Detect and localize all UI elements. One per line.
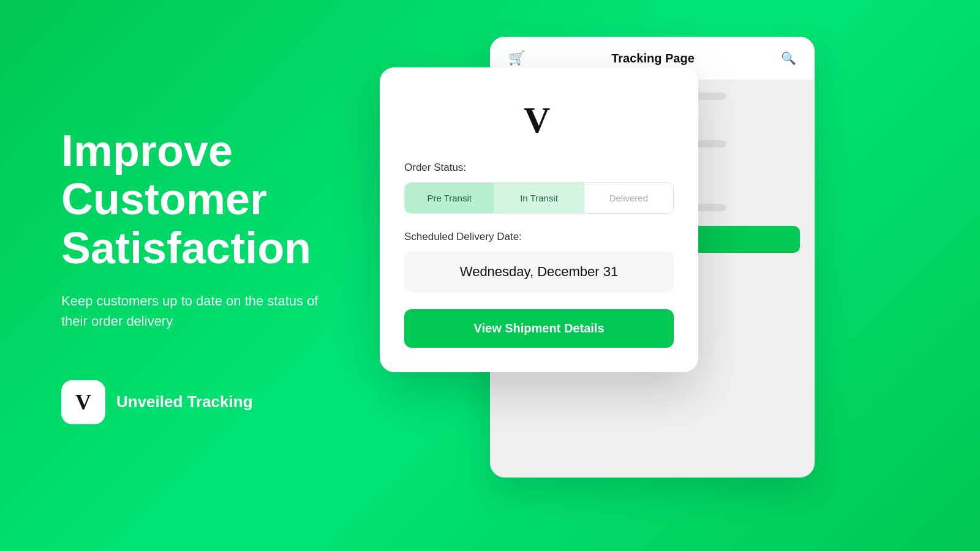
search-icon: 🔍 <box>781 51 796 66</box>
left-section: Improve Customer Satisfaction Keep custo… <box>0 78 380 473</box>
cart-icon: 🛒 <box>508 50 525 66</box>
delivery-date-box: Wednesday, December 31 <box>404 252 674 292</box>
sub-text: Keep customers up to date on the status … <box>61 291 318 331</box>
tracking-page-title: Tracking Page <box>611 51 695 66</box>
card-logo: V <box>404 97 674 140</box>
brand-name: Unveiled Tracking <box>116 392 253 411</box>
order-status-label: Order Status: <box>404 162 674 174</box>
heading-line1: Improve <box>61 126 233 175</box>
v-logo-svg: V <box>518 97 560 140</box>
heading-line2: Customer <box>61 174 267 223</box>
status-tabs: Pre Transit In Transit Delivered <box>404 182 674 214</box>
delivery-label: Scheduled Delivery Date: <box>404 231 674 243</box>
delivery-date: Wednesday, December 31 <box>460 264 618 279</box>
svg-text:V: V <box>524 100 550 140</box>
heading-line3: Satisfaction <box>61 223 311 272</box>
brand-row: V Unveiled Tracking <box>61 380 331 424</box>
tab-pre-transit[interactable]: Pre Transit <box>405 183 494 213</box>
tab-in-transit[interactable]: In Transit <box>494 183 584 213</box>
brand-logo-letter: V <box>75 389 91 415</box>
tab-delivered[interactable]: Delivered <box>584 183 673 213</box>
view-shipment-button[interactable]: View Shipment Details <box>404 309 674 348</box>
main-card: V Order Status: Pre Transit In Transit D… <box>380 67 698 372</box>
main-heading: Improve Customer Satisfaction <box>61 127 331 272</box>
right-section: 🛒 Tracking Page 🔍 V Order Status: Pre Tr… <box>380 0 980 551</box>
brand-logo-box: V <box>61 380 105 424</box>
